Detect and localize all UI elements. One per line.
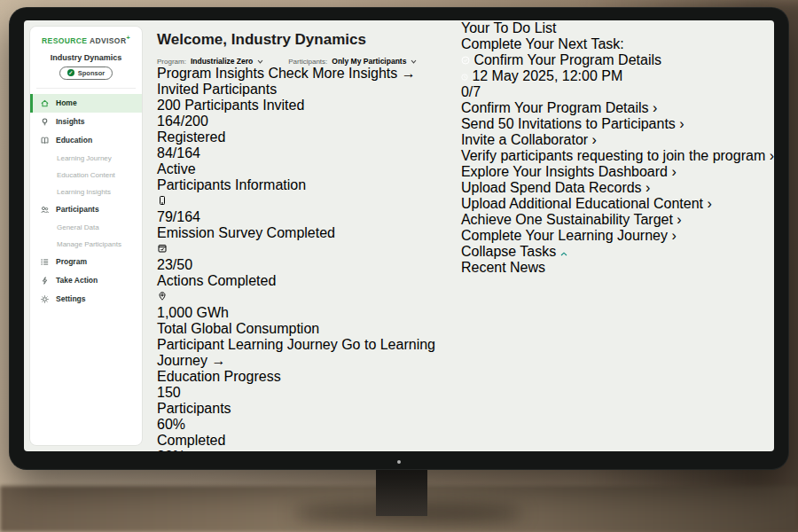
donut-center: 200 Participants Invited <box>157 98 452 113</box>
participants-filter-label: Participants: <box>288 58 327 66</box>
donut-legend: 164/200 Registered 84/164 Active <box>157 113 452 177</box>
sidebar-item-participants[interactable]: Participants <box>30 200 142 219</box>
education-progress-card: Education Progress 150 Participants 60% <box>157 369 452 451</box>
actions-completed-row: 23/50 Actions Completed <box>157 241 452 289</box>
logo-plus: + <box>126 35 130 41</box>
sidebar-item-settings[interactable]: Settings <box>30 290 142 309</box>
sponsor-icon: ✓ <box>67 69 74 76</box>
legend-item-pending: 30% Pending <box>157 449 452 451</box>
todo-subtitle: Complete Your Next Task: <box>461 36 774 52</box>
sidebar-item-home[interactable]: Home <box>30 94 142 113</box>
sidebar-item-label: Education <box>56 136 92 145</box>
location-pin-icon <box>157 291 168 301</box>
sidebar-item-label: Home <box>56 98 77 107</box>
sidebar-item-label: Participants <box>56 205 99 214</box>
legend-item-registered: 164/200 Registered <box>157 113 452 145</box>
clock-icon <box>461 74 468 81</box>
invited-participants-donut-chart: 200 Participants Invited <box>157 98 452 113</box>
logo-secondary: ADVISOR <box>90 36 127 45</box>
sidebar-item-program[interactable]: Program <box>30 253 142 271</box>
donut-center-label: Participants Invited <box>184 98 304 113</box>
chevron-down-icon <box>257 59 263 64</box>
survey-icon <box>157 195 168 206</box>
donut-center-value: 200 <box>157 98 181 113</box>
emission-survey-row: 79/164 Emission Survey Completed <box>157 193 452 241</box>
task-explore-insights[interactable]: Explore Your Insights Dashboard › <box>461 164 774 180</box>
program-filter-label: Program: <box>157 58 186 66</box>
task-achieve-sustainability-target[interactable]: Achieve One Sustainability Target › <box>461 212 774 228</box>
program-dropdown[interactable]: Program: Industrialize Zero <box>157 57 263 66</box>
chevron-right-icon[interactable]: › <box>671 228 676 243</box>
chevron-right-icon[interactable]: › <box>707 196 711 211</box>
sidebar-item-education[interactable]: Education <box>30 131 142 150</box>
chevron-right-icon[interactable]: › <box>645 180 650 195</box>
todo-due-date: 12 May 2025, 12:00 PM <box>461 68 774 84</box>
todo-next-task: Confirm Your Program Details <box>461 52 774 68</box>
chevron-right-icon[interactable]: › <box>770 148 774 163</box>
legend-item-active: 84/164 Active <box>157 145 452 177</box>
todo-progress-value: 0/7 <box>461 84 774 100</box>
gauge-center: 150 Participants <box>157 385 452 417</box>
task-upload-educational-content[interactable]: Upload Additional Educational Content › <box>461 196 774 212</box>
chevron-right-icon[interactable]: › <box>653 100 657 115</box>
sidebar-item-education-content[interactable]: Education Content <box>30 167 142 184</box>
recent-news-section: Recent News <box>461 260 774 276</box>
main-content: Welcome, Industry Dynamics Program: Indu… <box>146 20 461 451</box>
participants-filter-value: Only My Participants <box>332 57 406 66</box>
app-logo: RESOURCE ADVISOR+ <box>30 35 142 45</box>
task-verify-participants[interactable]: Verify participants requesting to join t… <box>461 148 774 164</box>
task-upload-spend-data[interactable]: Upload Spend Data Records › <box>461 180 774 196</box>
chevron-up-icon <box>560 252 567 256</box>
chevron-right-icon[interactable]: › <box>679 116 684 131</box>
sidebar-item-learning-journey[interactable]: Learning Journey <box>30 150 142 167</box>
collapse-tasks-link[interactable]: Collapse Tasks <box>461 244 774 260</box>
program-filter-value: Industrialize Zero <box>191 57 253 66</box>
sidebar-item-insights[interactable]: Insights <box>30 113 142 131</box>
check-more-insights-link[interactable]: Check More Insights → <box>268 66 415 81</box>
sidebar-item-take-action[interactable]: Take Action <box>30 271 142 290</box>
task-complete-learning-journey[interactable]: Complete Your Learning Journey › <box>461 228 774 244</box>
arrow-right-icon: → <box>211 353 225 368</box>
sidebar-item-learning-insights[interactable]: Learning Insights <box>30 184 142 200</box>
legend-item-completed: 60% Completed <box>157 417 452 449</box>
people-icon <box>40 205 50 215</box>
gauge-legend: 60% Completed 30% Pending 10% Not Starte… <box>157 417 452 451</box>
arrow-right-icon: → <box>402 66 416 81</box>
chevron-right-icon[interactable]: › <box>592 132 597 147</box>
recent-news-title: Recent News <box>461 260 545 275</box>
filter-bar: Program: Industrialize Zero Participants… <box>157 57 452 66</box>
card-title: Education Progress <box>157 369 452 385</box>
task-invite-collaborator[interactable]: Invite a Collaborator › <box>461 132 774 148</box>
chevron-right-icon[interactable]: › <box>677 212 681 227</box>
lightning-icon <box>40 276 50 286</box>
task-confirm-program-details[interactable]: Confirm Your Program Details › <box>461 100 774 116</box>
home-icon <box>40 98 50 108</box>
check-circle-icon <box>461 56 470 65</box>
sidebar-item-label: Program <box>56 257 87 266</box>
chevron-right-icon[interactable]: › <box>671 164 676 179</box>
sidebar-item-manage-participants[interactable]: Manage Participants <box>30 236 142 253</box>
sponsor-badge-label: Sponsor <box>78 69 105 77</box>
sidebar-item-label: Settings <box>56 294 86 303</box>
sidebar: RESOURCE ADVISOR+ Industry Dynamics ✓ Sp… <box>29 26 143 446</box>
todo-title: Your To Do List <box>461 20 774 36</box>
todo-task-list: Confirm Your Program Details › Send 50 I… <box>461 100 774 244</box>
book-icon <box>40 136 50 145</box>
learning-journey-header: Participant Learning Journey Go to Learn… <box>157 337 452 369</box>
participants-dropdown[interactable]: Participants: Only My Participants <box>288 57 417 66</box>
learning-journey-cards: Education Progress 150 Participants 60% <box>157 369 452 451</box>
card-title: Invited Participants <box>157 82 452 98</box>
education-progress-gauge-chart: 150 Participants <box>157 385 452 417</box>
bulb-icon <box>40 117 50 127</box>
chevron-down-icon <box>411 59 417 64</box>
participants-information-card: Participants Information 79/164 Emission… <box>157 177 452 337</box>
task-send-invitations[interactable]: Send 50 Invitations to Participants › <box>461 116 774 132</box>
calendar-check-icon <box>157 243 168 254</box>
sidebar-item-general-data[interactable]: General Data <box>30 219 142 236</box>
page-title: Welcome, Industry Dynamics <box>157 31 452 49</box>
sidebar-divider <box>36 88 136 89</box>
sponsor-badge[interactable]: ✓ Sponsor <box>59 66 113 80</box>
logo-primary: RESOURCE <box>42 36 87 45</box>
todo-header-card: Your To Do List Complete Your Next Task:… <box>461 20 774 100</box>
gear-icon <box>40 294 50 304</box>
